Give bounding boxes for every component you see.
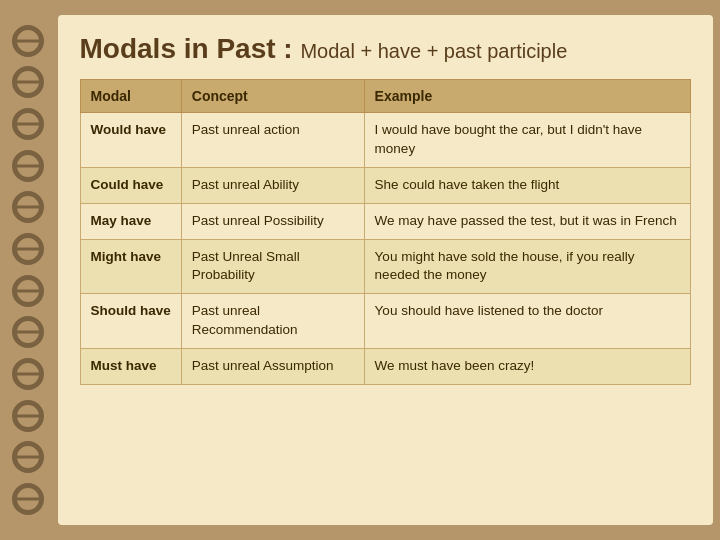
table-row: Should havePast unreal RecommendationYou… xyxy=(80,294,690,349)
cell-concept: Past unreal Recommendation xyxy=(181,294,364,349)
cell-concept: Past Unreal Small Probability xyxy=(181,239,364,294)
cell-example: I would have bought the car, but I didn'… xyxy=(364,113,690,168)
table-row: Must havePast unreal AssumptionWe must h… xyxy=(80,349,690,385)
cell-modal: Should have xyxy=(80,294,181,349)
header-modal: Modal xyxy=(80,80,181,113)
cell-concept: Past unreal action xyxy=(181,113,364,168)
cell-example: You might have sold the house, if you re… xyxy=(364,239,690,294)
cell-modal: Must have xyxy=(80,349,181,385)
cell-concept: Past unreal Assumption xyxy=(181,349,364,385)
main-card: Modals in Past : Modal + have + past par… xyxy=(58,15,713,525)
table-row: Could havePast unreal AbilityShe could h… xyxy=(80,167,690,203)
spiral-ring xyxy=(12,233,44,265)
page-container: Modals in Past : Modal + have + past par… xyxy=(0,0,720,540)
table-row: Might havePast Unreal Small ProbabilityY… xyxy=(80,239,690,294)
modals-table: Modal Concept Example Would havePast unr… xyxy=(80,79,691,385)
cell-example: We must have been crazy! xyxy=(364,349,690,385)
cell-concept: Past unreal Possibility xyxy=(181,203,364,239)
spiral-binding xyxy=(0,0,55,540)
cell-modal: May have xyxy=(80,203,181,239)
cell-example: You should have listened to the doctor xyxy=(364,294,690,349)
header-concept: Concept xyxy=(181,80,364,113)
header-example: Example xyxy=(364,80,690,113)
title-text: Modals in Past : xyxy=(80,33,293,64)
spiral-ring xyxy=(12,441,44,473)
spiral-ring xyxy=(12,316,44,348)
table-row: Would havePast unreal actionI would have… xyxy=(80,113,690,168)
spiral-ring xyxy=(12,108,44,140)
subtitle-text: Modal + have + past participle xyxy=(300,40,567,62)
spiral-ring xyxy=(12,150,44,182)
page-title: Modals in Past : Modal + have + past par… xyxy=(80,33,691,65)
spiral-ring xyxy=(12,400,44,432)
cell-example: We may have passed the test, but it was … xyxy=(364,203,690,239)
spiral-ring xyxy=(12,191,44,223)
spiral-ring xyxy=(12,483,44,515)
cell-example: She could have taken the flight xyxy=(364,167,690,203)
cell-modal: Would have xyxy=(80,113,181,168)
spiral-ring xyxy=(12,275,44,307)
spiral-ring xyxy=(12,25,44,57)
spiral-ring xyxy=(12,66,44,98)
table-row: May havePast unreal PossibilityWe may ha… xyxy=(80,203,690,239)
spiral-ring xyxy=(12,358,44,390)
cell-modal: Could have xyxy=(80,167,181,203)
cell-modal: Might have xyxy=(80,239,181,294)
cell-concept: Past unreal Ability xyxy=(181,167,364,203)
table-header-row: Modal Concept Example xyxy=(80,80,690,113)
